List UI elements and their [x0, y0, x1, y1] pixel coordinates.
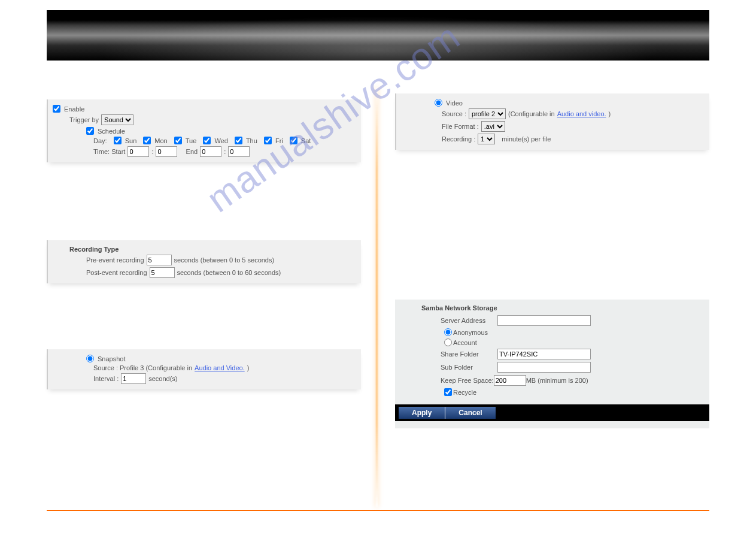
anonymous-radio[interactable] — [444, 328, 452, 336]
day-mon-label: Mon — [154, 137, 167, 144]
samba-title: Samba Network Storage — [402, 304, 702, 312]
file-format-select[interactable]: .avi — [481, 121, 505, 132]
post-event-hint: seconds (between 0 to 60 seconds) — [177, 269, 281, 276]
start-hour-input[interactable] — [127, 146, 149, 157]
post-event-input[interactable] — [150, 267, 175, 278]
video-source-label: Source : — [442, 110, 466, 117]
share-folder-label: Share Folder — [441, 350, 497, 358]
day-thu-checkbox[interactable] — [235, 137, 242, 144]
schedule-label: Schedule — [98, 128, 125, 135]
time-start-label: Time: Start — [93, 148, 125, 155]
cancel-button[interactable]: Cancel — [445, 407, 495, 419]
day-fri-label: Fri — [275, 137, 283, 144]
day-sun-checkbox[interactable] — [114, 137, 122, 144]
colon: : — [151, 148, 153, 155]
snapshot-radio[interactable] — [86, 355, 94, 362]
anonymous-label: Anonymous — [453, 329, 488, 336]
button-bar: Apply Cancel — [395, 404, 709, 421]
snapshot-panel: Snapshot Source : Profile 3 (Configurabl… — [47, 349, 361, 389]
snapshot-source-label: Source : Profile 3 (Configurable in — [93, 364, 192, 371]
recording-type-title: Recording Type — [53, 246, 356, 253]
server-address-input[interactable] — [497, 315, 591, 326]
post-event-label: Post-event recording — [86, 269, 147, 276]
interval-label: Interval : — [93, 375, 119, 382]
enable-checkbox[interactable] — [53, 105, 60, 113]
end-min-input[interactable] — [228, 146, 250, 157]
enable-label: Enable — [64, 105, 84, 113]
video-panel: Video Source : profile 2 (Configurable i… — [395, 93, 709, 150]
header-banner — [47, 10, 709, 61]
page-divider — [376, 87, 378, 507]
video-config-open: (Configurable in — [508, 110, 555, 117]
recycle-label: Recycle — [453, 389, 476, 396]
day-sun-label: Sun — [125, 137, 137, 144]
sub-folder-label: Sub Folder — [441, 364, 497, 371]
day-tue-checkbox[interactable] — [174, 137, 182, 144]
day-mon-checkbox[interactable] — [143, 137, 151, 144]
day-fri-checkbox[interactable] — [264, 137, 272, 144]
pre-event-hint: seconds (between 0 to 5 seconds) — [174, 256, 275, 264]
start-min-input[interactable] — [156, 146, 177, 157]
apply-button[interactable]: Apply — [399, 407, 445, 419]
account-label: Account — [453, 339, 477, 346]
video-radio[interactable] — [435, 99, 442, 107]
snapshot-source-close: ) — [247, 364, 250, 371]
day-wed-label: Wed — [214, 137, 227, 144]
day-tue-label: Tue — [186, 137, 197, 144]
pre-event-input[interactable] — [147, 255, 172, 265]
interval-input[interactable] — [121, 373, 146, 384]
day-wed-checkbox[interactable] — [203, 137, 211, 144]
day-thu-label: Thu — [246, 137, 257, 144]
snapshot-label: Snapshot — [98, 355, 125, 362]
video-audio-video-link[interactable]: Audio and video. — [557, 110, 606, 117]
keep-free-label: Keep Free Space: — [441, 377, 494, 384]
day-label: Day: — [93, 137, 107, 144]
schedule-checkbox[interactable] — [86, 127, 94, 135]
day-sat-label: Sat — [301, 137, 311, 144]
pre-event-label: Pre-event recording — [86, 256, 144, 264]
recording-label: Recording : — [442, 135, 475, 143]
footer-rule — [47, 510, 709, 511]
enable-panel: Enable Trigger by Sound Schedule Day: Su… — [47, 99, 361, 162]
day-sat-checkbox[interactable] — [290, 137, 297, 144]
recording-type-panel: Recording Type Pre-event recording secon… — [47, 240, 361, 283]
video-label: Video — [446, 99, 463, 107]
recycle-checkbox[interactable] — [444, 388, 452, 396]
file-format-label: File Format : — [442, 123, 479, 130]
video-source-select[interactable]: profile 2 — [469, 108, 506, 119]
trigger-by-select[interactable]: Sound — [101, 114, 133, 125]
video-config-close: ) — [609, 110, 611, 117]
server-address-label: Server Address — [441, 317, 497, 324]
keep-free-input[interactable] — [494, 375, 526, 386]
account-radio[interactable] — [444, 338, 452, 346]
time-end-label: End — [186, 148, 198, 155]
sub-folder-input[interactable] — [497, 362, 591, 373]
keep-free-unit: MB (minimum is 200) — [526, 377, 588, 384]
recording-unit: minute(s) per file — [502, 135, 551, 143]
samba-panel: Samba Network Storage Server Address Ano… — [395, 300, 709, 428]
snapshot-audio-video-link[interactable]: Audio and Video. — [195, 364, 245, 371]
interval-unit: second(s) — [148, 375, 177, 382]
trigger-by-label: Trigger by — [69, 116, 99, 123]
colon: : — [224, 148, 226, 155]
share-folder-input[interactable] — [497, 349, 591, 359]
recording-select[interactable]: 1 — [478, 134, 495, 144]
end-hour-input[interactable] — [200, 146, 221, 157]
